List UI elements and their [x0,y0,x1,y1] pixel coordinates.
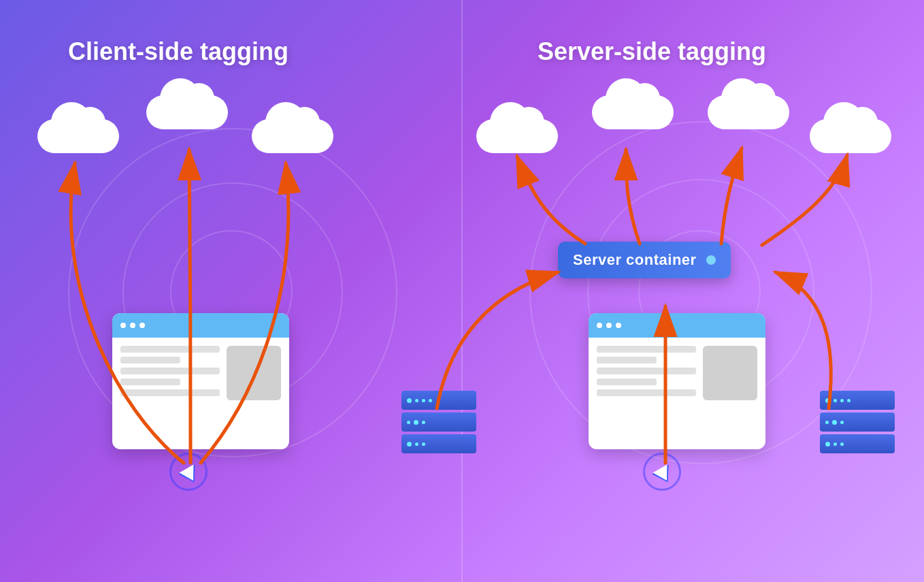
cloud-left-3 [252,106,333,153]
server-rack-left [401,391,476,456]
cloud-right-3 [708,82,789,129]
server-led [407,421,410,424]
server-led [825,442,830,447]
browser-bar-left [112,313,289,338]
server-led [832,420,837,425]
cursor-icon-left [178,464,202,487]
browser-dot-1 [120,323,126,328]
browser-right [589,313,765,449]
browser-dot-1 [597,323,602,328]
section-divider [461,0,463,582]
cursor-icon-right [652,464,676,487]
browser-line [120,357,180,363]
cloud-right-2 [592,82,674,129]
server-led [414,420,418,425]
server-side-title: Server-side tagging [538,37,766,66]
server-unit [401,434,476,453]
cloud-right-4 [810,106,891,153]
server-led [840,442,844,446]
browser-lines-left [120,346,220,400]
server-led [825,421,829,424]
server-container-dot [706,255,716,265]
cloud-left-1 [37,106,119,153]
browser-body-right [589,338,765,408]
browser-dot-3 [139,323,145,328]
server-unit [820,413,895,432]
server-unit [401,391,476,410]
cloud-right-1 [476,106,558,153]
cursor-right [646,456,687,500]
browser-line [120,378,180,385]
server-led [834,399,837,402]
server-led [407,442,412,447]
cursor-left [173,456,214,500]
server-led [422,399,425,402]
browser-thumbnail-left [227,346,281,400]
server-unit [820,391,895,410]
server-led [415,442,418,446]
server-led [847,399,851,402]
server-unit [401,413,476,432]
client-side-title: Client-side tagging [68,37,288,66]
browser-thumbnail-right [703,346,757,400]
server-unit [820,434,895,453]
browser-line [120,368,220,374]
server-container-label: Server container [573,251,697,269]
server-container-box: Server container [558,242,731,278]
browser-body-left [112,338,289,408]
browser-bar-right [589,313,765,338]
browser-line [597,378,657,385]
server-led [840,399,844,402]
server-led [422,421,425,424]
server-led [840,421,844,424]
server-led [825,398,830,403]
server-led [429,399,432,402]
browser-left [112,313,289,449]
browser-lines-right [597,346,696,400]
browser-line [597,368,696,374]
browser-dot-3 [616,323,621,328]
browser-dot-2 [606,323,612,328]
browser-dot-2 [130,323,135,328]
server-led [834,442,837,446]
browser-line [120,389,220,396]
server-rack-right [820,391,895,456]
browser-line [120,346,220,353]
server-led [422,442,425,446]
server-led [407,398,412,403]
browser-line [597,357,657,363]
cloud-left-2 [146,82,228,129]
server-led [415,399,418,402]
browser-line [597,346,696,353]
browser-line [597,389,696,396]
